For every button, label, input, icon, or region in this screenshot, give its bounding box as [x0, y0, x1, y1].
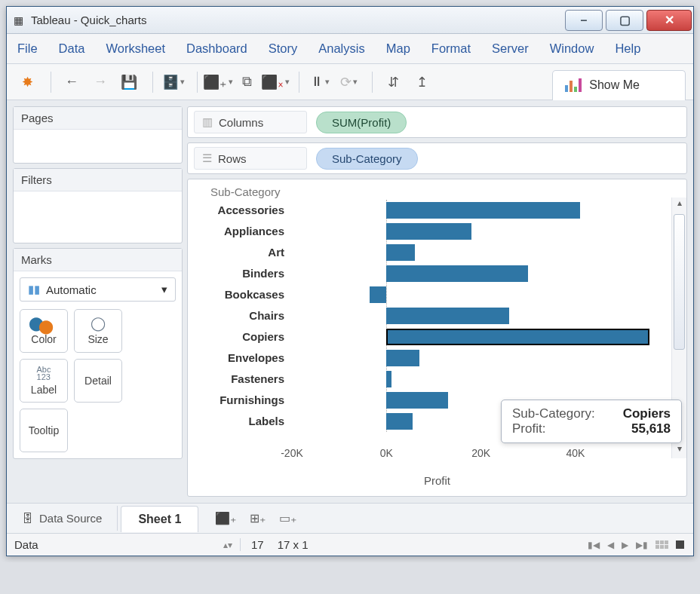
scroll-down-button[interactable]: ▾ [672, 443, 686, 458]
maximize-icon: ▢ [619, 13, 631, 27]
pause-updates-icon[interactable]: ⏸ [307, 69, 333, 95]
menu-map[interactable]: Map [376, 37, 421, 60]
menu-server[interactable]: Server [481, 37, 539, 60]
rows-shelf[interactable]: ☰ Rows Sub-Category [187, 142, 687, 174]
category-label[interactable]: Appliances [194, 221, 292, 242]
category-label[interactable]: Envelopes [194, 348, 292, 369]
new-worksheet-icon[interactable]: ⬛₊ [205, 69, 231, 95]
columns-pill-profit[interactable]: SUM(Profit) [316, 112, 407, 133]
category-label[interactable]: Copiers [194, 326, 292, 348]
columns-text: Columns [219, 116, 263, 129]
category-label[interactable]: Binders [194, 263, 292, 284]
toolbar-separator [372, 72, 373, 93]
bar[interactable] [386, 371, 391, 387]
nav-next-icon[interactable]: ▶ [622, 540, 628, 550]
pages-title: Pages [14, 107, 182, 130]
sheet-tabstrip: 🗄 Data Source Sheet 1 ⬛₊ ⊞₊ ▭₊ [7, 503, 693, 533]
menu-analysis[interactable]: Analysis [308, 37, 375, 60]
marks-tooltip[interactable]: Tooltip [20, 409, 68, 452]
category-label[interactable]: Chairs [194, 305, 292, 326]
sheet-tab[interactable]: Sheet 1 [121, 506, 198, 532]
tooltip-profit-label: Profit: [512, 421, 545, 436]
bar[interactable] [386, 413, 412, 430]
status-right: ▮◀ ◀ ▶ ▶▮ [588, 540, 693, 550]
menu-format[interactable]: Format [421, 37, 481, 60]
bar[interactable] [386, 265, 528, 282]
pages-body[interactable] [14, 130, 182, 163]
minimize-button[interactable]: – [565, 10, 603, 31]
marks-label-label: Label [31, 384, 57, 396]
menu-dashboard[interactable]: Dashboard [176, 37, 258, 60]
menu-help[interactable]: Help [604, 37, 651, 60]
marks-body: ▮▮ Automatic ▾ ⬤⬤ Color ◯ Size [14, 271, 182, 458]
show-me-button[interactable]: Show Me [552, 70, 686, 100]
bar[interactable] [386, 223, 471, 240]
viz-area: Sub-Category AccessoriesAppliancesArtBin… [187, 179, 687, 497]
datasource-icon[interactable]: 🗄️ [161, 69, 186, 95]
nav-last-icon[interactable]: ▶▮ [636, 540, 648, 550]
save-button[interactable]: 💾 [116, 69, 142, 95]
filmstrip-icon[interactable] [655, 540, 668, 549]
titlebar: ▦ Tableau - Quick_charts – ▢ ✕ [7, 7, 693, 34]
pages-shelf[interactable]: Pages [13, 106, 183, 164]
presentation-mode-icon[interactable] [676, 540, 684, 549]
bar[interactable] [386, 202, 580, 219]
menu-worksheet[interactable]: Worksheet [95, 37, 176, 60]
bar[interactable] [386, 308, 509, 324]
close-icon: ✕ [665, 13, 674, 27]
new-story-button[interactable]: ▭₊ [279, 511, 296, 525]
category-label[interactable]: Accessories [194, 200, 292, 221]
bar[interactable] [386, 244, 415, 261]
close-button[interactable]: ✕ [646, 10, 692, 31]
columns-shelf-label: ▥ Columns [194, 111, 307, 133]
scroll-up-button[interactable]: ▴ [672, 197, 686, 213]
refresh-icon[interactable]: ⟳ [336, 69, 361, 95]
category-label[interactable]: Labels [194, 411, 292, 432]
back-button[interactable]: ← [59, 69, 84, 95]
bar[interactable] [386, 392, 447, 409]
swap-icon[interactable]: ⇵ [380, 69, 406, 95]
marks-color[interactable]: ⬤⬤ Color [20, 309, 68, 353]
tableau-logo-icon[interactable]: ✸ [14, 69, 40, 95]
nav-first-icon[interactable]: ▮◀ [588, 540, 600, 550]
rows-pill-subcategory[interactable]: Sub-Category [316, 148, 418, 170]
marks-type-label: Automatic [46, 283, 97, 296]
bar[interactable] [386, 350, 419, 366]
clear-worksheet-icon[interactable]: ⬛ₓ [262, 69, 288, 95]
filters-body[interactable] [14, 191, 182, 243]
tooltip-profit-value: 55,618 [631, 421, 671, 436]
category-label[interactable]: Fasteners [194, 369, 292, 390]
bar[interactable] [370, 286, 386, 303]
menu-window[interactable]: Window [539, 37, 605, 60]
toolbar-separator [299, 72, 299, 93]
new-dashboard-button[interactable]: ⊞₊ [250, 511, 266, 525]
sort-toggle-icon[interactable]: ▴▾ [223, 540, 232, 550]
marks-type-dropdown[interactable]: ▮▮ Automatic ▾ [20, 277, 176, 302]
columns-shelf[interactable]: ▥ Columns SUM(Profit) [187, 106, 687, 138]
forward-button[interactable]: → [88, 69, 113, 95]
category-label[interactable]: Bookcases [194, 284, 292, 305]
category-label[interactable]: Furnishings [194, 390, 292, 411]
menu-data[interactable]: Data [48, 37, 96, 60]
status-left[interactable]: Data ▴▾ [7, 538, 241, 551]
scroll-thumb[interactable] [674, 214, 685, 350]
data-source-tab[interactable]: 🗄 Data Source [7, 506, 118, 531]
menu-bar: File Data Worksheet Dashboard Story Anal… [7, 34, 693, 64]
marks-label[interactable]: Abc123 Label [20, 359, 68, 403]
workspace: Pages Filters Marks ▮▮ Automatic ▾ [7, 100, 693, 503]
sort-asc-icon[interactable]: ↥ [409, 69, 434, 95]
x-tick: -20K [281, 447, 303, 459]
marks-detail[interactable]: Detail [74, 359, 122, 403]
maximize-button[interactable]: ▢ [606, 10, 643, 31]
duplicate-worksheet-icon[interactable]: ⧉ [234, 69, 259, 95]
menu-file[interactable]: File [7, 37, 48, 60]
tooltip: Sub-Category: Copiers Profit: 55,618 [501, 400, 682, 443]
marks-size[interactable]: ◯ Size [74, 309, 122, 353]
new-worksheet-button[interactable]: ⬛₊ [215, 511, 236, 525]
filters-shelf[interactable]: Filters [13, 168, 183, 243]
nav-prev-icon[interactable]: ◀ [607, 540, 614, 550]
category-label[interactable]: Art [194, 242, 292, 263]
marks-properties: ⬤⬤ Color ◯ Size Abc123 Label Detail [20, 309, 176, 452]
menu-story[interactable]: Story [258, 37, 309, 60]
bar[interactable] [386, 329, 649, 345]
